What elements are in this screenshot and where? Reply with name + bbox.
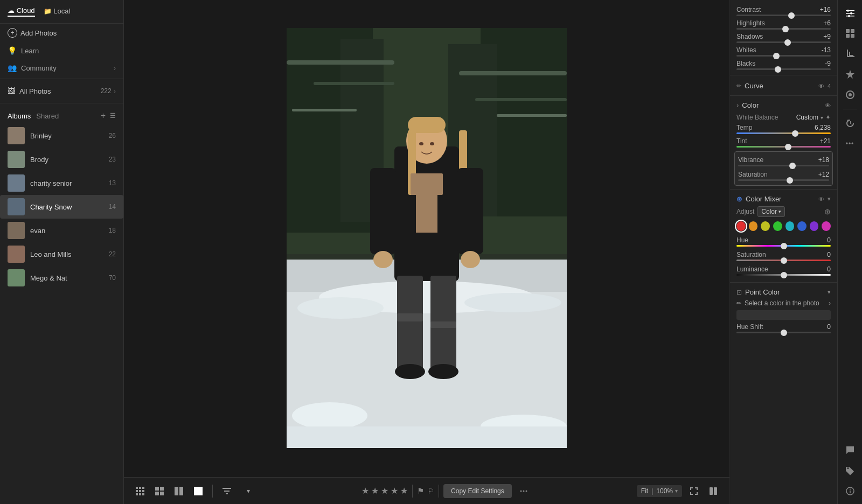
adjust-dropdown[interactable]: Color ▾ [757, 206, 785, 217]
all-photos-chevron-icon: › [114, 87, 116, 95]
photo-viewer[interactable] [124, 0, 729, 477]
sliders-icon-button[interactable] [842, 4, 859, 22]
hue-shift-slider[interactable] [736, 332, 831, 333]
more-options-button[interactable]: ••• [842, 135, 859, 152]
album-thumb-evan [8, 222, 25, 239]
vibrance-slider[interactable] [738, 165, 829, 166]
healing-icon-button[interactable] [842, 66, 859, 83]
grid-view-medium-button[interactable] [152, 484, 167, 499]
sort-button[interactable] [219, 484, 234, 499]
star-4[interactable]: ★ [391, 486, 398, 496]
star-1[interactable]: ★ [362, 486, 369, 496]
svg-rect-56 [224, 491, 230, 492]
color-dot-purple[interactable] [810, 221, 819, 231]
contrast-slider[interactable] [736, 15, 831, 16]
svg-rect-54 [194, 487, 203, 495]
svg-rect-52 [175, 487, 178, 495]
album-item-brinley[interactable]: Brinley 26 [0, 124, 123, 148]
single-view-button[interactable] [191, 484, 206, 499]
svg-point-65 [847, 10, 849, 12]
point-color-expand-icon[interactable]: ▾ [828, 289, 831, 296]
svg-rect-26 [397, 276, 423, 373]
cm-saturation-slider[interactable] [736, 260, 831, 261]
star-3[interactable]: ★ [381, 486, 388, 496]
svg-point-77 [849, 93, 852, 96]
album-item-charity-snow[interactable]: Charity Snow 14 [0, 195, 123, 219]
compare-view-button[interactable] [706, 484, 721, 499]
color-dot-cyan[interactable] [785, 221, 795, 231]
color-dot-green[interactable] [773, 221, 782, 231]
color-dot-magenta[interactable] [822, 221, 831, 231]
svg-rect-44 [142, 490, 144, 492]
history-icon-button[interactable] [842, 115, 859, 132]
comment-icon-button[interactable] [842, 442, 859, 459]
curve-eye-icon: 👁 [818, 83, 824, 89]
chevron-down-sort-icon[interactable]: ▾ [241, 484, 256, 499]
color-mixer-expand-icon[interactable]: ▾ [828, 195, 831, 202]
album-item-mego-nat[interactable]: Mego & Nat 70 [0, 266, 123, 290]
expand-view-button[interactable] [686, 484, 701, 499]
album-item-leo-mills[interactable]: Leo and Mills 22 [0, 242, 123, 266]
album-item-evan[interactable]: evan 18 [0, 219, 123, 242]
crop-icon-button[interactable] [842, 45, 859, 62]
curve-section-header[interactable]: ✏ Curve 👁 4 [730, 79, 837, 93]
sort-albums-button[interactable]: ☰ [110, 112, 116, 120]
grid-view-small-button[interactable] [133, 484, 148, 499]
temp-slider[interactable] [736, 132, 831, 134]
target-adjust-icon[interactable]: ⊕ [824, 207, 831, 216]
color-section-header[interactable]: › Color 👁 [730, 98, 837, 113]
vibrance-saturation-box: Vibrance +18 Saturation +12 [734, 151, 833, 186]
fit-zoom-button[interactable]: Fit | 100% ▾ [637, 485, 682, 497]
luminance-slider[interactable] [736, 274, 831, 276]
shadows-slider[interactable] [736, 41, 831, 43]
presets-icon-button[interactable] [842, 25, 859, 42]
white-balance-dropdown[interactable]: Custom ▾ ✦ [796, 114, 831, 121]
blacks-slider-row: Blacks -9 [730, 58, 837, 72]
info-icon-button[interactable] [842, 482, 859, 500]
eyedropper-icon[interactable]: ✦ [825, 114, 831, 121]
masking-icon-button[interactable] [842, 86, 859, 103]
saturation-slider[interactable] [738, 179, 829, 181]
all-photos-nav-item[interactable]: 🖼 All Photos 222 › [0, 81, 123, 101]
svg-point-23 [430, 142, 434, 145]
learn-nav-item[interactable]: 💡 Learn [0, 42, 123, 59]
tint-slider[interactable] [736, 146, 831, 148]
flag-button[interactable]: ⚑ [417, 486, 424, 496]
color-dot-blue[interactable] [797, 221, 807, 231]
color-dot-red[interactable] [736, 221, 746, 231]
color-dot-yellow[interactable] [761, 221, 770, 231]
hue-slider[interactable] [736, 245, 831, 247]
highlights-slider[interactable] [736, 28, 831, 30]
svg-rect-47 [142, 493, 144, 495]
grid-view-large-button[interactable] [171, 484, 186, 499]
color-mixer-eye-icon[interactable]: 👁 [818, 196, 824, 202]
whites-slider[interactable] [736, 55, 831, 57]
zoom-chevron-icon: ▾ [675, 488, 678, 494]
shared-tab[interactable]: Shared [36, 112, 59, 120]
star-2[interactable]: ★ [371, 486, 379, 496]
blacks-slider[interactable] [736, 68, 831, 70]
star-rating[interactable]: ★ ★ ★ ★ ★ [362, 486, 408, 496]
color-dots [736, 221, 831, 231]
add-album-button[interactable]: + [101, 111, 106, 121]
right-panel-container: Contrast +16 Highlights +6 [729, 0, 862, 504]
album-item-brody[interactable]: Brody 23 [0, 148, 123, 171]
community-nav-item[interactable]: 👥 Community › [0, 59, 123, 76]
albums-tab[interactable]: Albums [8, 112, 31, 120]
svg-rect-42 [136, 490, 138, 492]
color-dot-orange[interactable] [749, 221, 758, 231]
star-5[interactable]: ★ [400, 486, 408, 496]
add-photos-button[interactable]: + Add Photos [0, 24, 123, 42]
svg-rect-6 [287, 60, 394, 65]
albums-header: Albums Shared + ☰ [0, 106, 123, 124]
svg-point-16 [464, 293, 561, 312]
point-color-select-hint: ✏ Select a color in the photo › [736, 299, 831, 307]
local-tab[interactable]: 📁 Local [44, 7, 71, 16]
reject-button[interactable]: ⚐ [427, 486, 434, 496]
album-item-charity-senior[interactable]: charity senior 13 [0, 171, 123, 195]
cloud-tab[interactable]: ☁ Cloud [8, 6, 35, 17]
copy-edit-settings-button[interactable]: Copy Edit Settings [443, 484, 512, 498]
edit-settings-options-button[interactable] [516, 484, 531, 499]
tag-icon-button[interactable] [842, 462, 859, 479]
svg-rect-10 [292, 109, 357, 111]
